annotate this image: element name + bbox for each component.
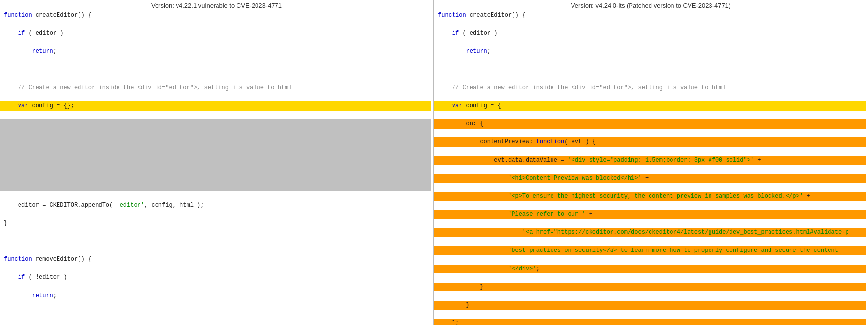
right-pane: Version: v4.24.0-lts (Patched version to… bbox=[434, 0, 868, 325]
right-code-area: function createEditor() { if ( editor ) … bbox=[434, 0, 868, 325]
left-pane: Version: v4.22.1 vulnerable to CVE-2023-… bbox=[0, 0, 434, 325]
left-code-area: function createEditor() { if ( editor ) … bbox=[0, 0, 433, 325]
